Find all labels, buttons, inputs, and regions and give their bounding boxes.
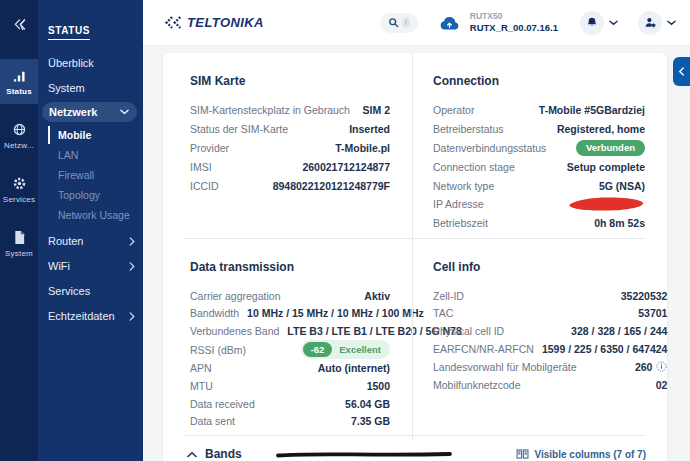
table-row: Network type5G (NSA): [433, 176, 645, 195]
section-title: Cell info: [433, 260, 667, 274]
table-row: MTU1500: [190, 377, 390, 395]
table-row: Verbundenes BandLTE B3 / LTE B1 / LTE B2…: [190, 322, 390, 340]
row-label: Zell-ID: [433, 290, 464, 302]
sidebar-subitem-network-usage[interactable]: Network Usage: [48, 206, 143, 224]
info-icon[interactable]: [656, 361, 667, 372]
device-model: RUTX50: [470, 11, 558, 22]
sidebar-subitem-label: Network Usage: [58, 209, 130, 221]
row-value: 1500: [367, 380, 390, 392]
table-row: APNAuto (internet): [190, 359, 390, 377]
row-label: Betreiberstatus: [433, 123, 504, 135]
sidebar-subitem-lan[interactable]: LAN: [48, 146, 143, 164]
row-value: 260: [635, 361, 668, 373]
row-value: 35220532: [621, 290, 668, 302]
rssi-quality-label: Excellent: [339, 344, 381, 355]
sidebar-item-label: Services: [48, 285, 90, 297]
row-label: Verbundenes Band: [190, 325, 279, 337]
sidebar-item-system[interactable]: System: [38, 77, 143, 99]
brand-name: TELTONIKA: [187, 15, 264, 30]
rssi-value-badge: -62: [303, 342, 333, 357]
page-content: SIM Karte SIM-Kartensteckplatz in Gebrau…: [143, 47, 690, 461]
chevron-right-icon: [129, 312, 135, 321]
table-row: DatenverbindungsstatusVerbunden: [433, 139, 645, 158]
sidebar-item-netzwerk[interactable]: Netzwerk: [42, 102, 137, 122]
chevron-left-icon: [678, 67, 685, 76]
ip-address-redaction-scribble: [567, 196, 645, 212]
red-marker-scribble: [567, 196, 645, 212]
sidebar-subitem-firewall[interactable]: Firewall: [48, 166, 143, 184]
sidebar-item-label: Echtzeitdaten: [48, 310, 115, 322]
mobile-status-card: SIM Karte SIM-Kartensteckplatz in Gebrau…: [163, 53, 667, 461]
sidebar-subitem-mobile[interactable]: Mobile: [48, 126, 143, 144]
row-value: 53701: [638, 307, 667, 319]
sim-karte-section: SIM Karte SIM-Kartensteckplatz in Gebrau…: [163, 53, 412, 243]
account-expand-button[interactable]: [667, 20, 676, 26]
account-button[interactable]: [638, 11, 662, 35]
user-gear-icon: [644, 16, 657, 29]
app-window: Status Netzw... Services System STATUS Ü…: [0, 0, 690, 461]
sidebar-item-services[interactable]: Services: [38, 280, 143, 302]
visible-columns-button[interactable]: Visible columns (7 of 7): [516, 449, 646, 460]
row-value: 0h 8m 52s: [594, 217, 645, 229]
row-label: Network type: [433, 180, 494, 192]
cloud-upload-icon: [438, 15, 461, 31]
sidebar-item-label: System: [48, 82, 85, 94]
sidebar-subitem-label: Firewall: [58, 169, 94, 181]
signal-bars-icon: [12, 68, 27, 83]
sidebar-item-wifi[interactable]: WiFi: [38, 255, 143, 277]
search-shortcut-key: /: [402, 17, 410, 28]
row-value: 8948022120121248779F: [273, 180, 390, 192]
notifications-expand-button[interactable]: [609, 20, 618, 26]
row-value: 56.04 GB: [345, 398, 390, 410]
row-label: RSSI (dBm): [190, 344, 246, 356]
row-value: T-Mobile.pl: [335, 142, 390, 154]
row-label: SIM-Kartensteckplatz in Gebrauch: [190, 104, 350, 116]
search-button[interactable]: /: [380, 13, 418, 33]
bands-section-title[interactable]: Bands: [205, 447, 242, 461]
sim-connection-row: SIM Karte SIM-Kartensteckplatz in Gebrau…: [163, 53, 667, 238]
rail-item-status[interactable]: Status: [0, 59, 38, 104]
row-label: Provider: [190, 142, 229, 154]
row-label: IMSI: [190, 161, 212, 173]
rail-item-network[interactable]: Netzw...: [0, 113, 38, 158]
row-label: Mobilfunknetzcode: [433, 379, 521, 391]
sidebar-item-ueberblick[interactable]: Überblick: [38, 52, 143, 74]
row-value: 7.35 GB: [351, 415, 390, 427]
panel-collapse-tab[interactable]: [673, 57, 690, 86]
notifications-button[interactable]: [580, 11, 604, 35]
teltonika-logo: TELTONIKA: [163, 15, 264, 30]
table-row: Physical cell ID328 / 328 / 165 / 244: [433, 322, 667, 340]
row-value: 328 / 328 / 165 / 244: [571, 325, 667, 337]
table-row: Zell-ID35220532: [433, 287, 667, 305]
row-value: Setup complete: [567, 161, 645, 173]
columns-icon: [516, 449, 529, 459]
sidebar-subitem-topology[interactable]: Topology: [48, 186, 143, 204]
row-label: Datenverbindungsstatus: [433, 142, 546, 154]
sidebar-item-routen[interactable]: Routen: [38, 230, 143, 252]
sidebar-item-label: Routen: [48, 235, 83, 247]
device-firmware-version: RUTX_R_00.07.16.1: [470, 22, 558, 34]
sidebar-section-title: STATUS: [48, 25, 90, 40]
sidebar-subitem-label: Mobile: [58, 129, 91, 141]
rail-item-system[interactable]: System: [0, 221, 38, 266]
account-group: [638, 11, 676, 35]
collapse-caret-icon[interactable]: [187, 451, 197, 458]
data-cell-row: Data transmission Carrier aggregationAkt…: [163, 239, 667, 435]
row-value: Registered, home: [557, 123, 645, 135]
sidebar-collapse-button[interactable]: [0, 13, 38, 35]
data-transmission-section: Data transmission Carrier aggregationAkt…: [163, 239, 412, 441]
table-row: Mobilfunknetzcode02: [433, 376, 667, 394]
chevron-right-icon: [129, 237, 135, 246]
table-row: ProviderT-Mobile.pl: [190, 139, 390, 158]
rms-cloud-button[interactable]: [438, 15, 461, 31]
sidebar-item-echtzeitdaten[interactable]: Echtzeitdaten: [38, 305, 143, 327]
table-row: TAC53701: [433, 304, 667, 322]
main-area: TELTONIKA / RUTX50 RUTX_R_00.07.16.1: [143, 0, 690, 461]
table-row: Betriebszeit0h 8m 52s: [433, 214, 645, 233]
row-value: Inserted: [349, 123, 390, 135]
row-value: SIM 2: [363, 104, 390, 116]
row-label: Connection stage: [433, 161, 515, 173]
connection-section: Connection OperatorT-Mobile #5GBardziej …: [412, 53, 667, 243]
rail-item-services[interactable]: Services: [0, 167, 38, 212]
table-row: OperatorT-Mobile #5GBardziej: [433, 101, 645, 120]
